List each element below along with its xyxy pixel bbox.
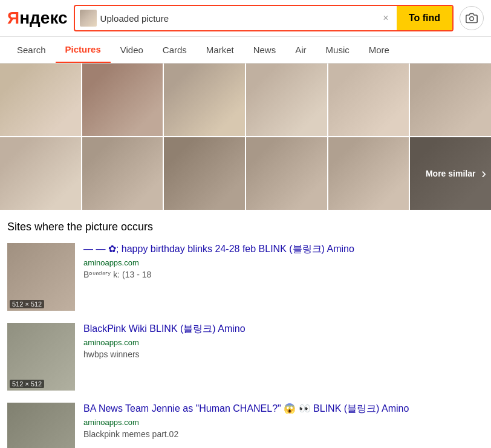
image-row-1 xyxy=(0,63,491,136)
nav-market[interactable]: Market xyxy=(197,37,244,62)
sites-title: Sites where the picture occurs xyxy=(7,221,484,233)
site-result-3: BA News Team Jennie as "Human CHANEL?" 😱… xyxy=(7,403,484,448)
site-url-3: aminoapps.com xyxy=(83,418,484,427)
grid-image-9[interactable] xyxy=(164,137,245,210)
more-similar-label: More similar xyxy=(426,169,475,178)
site-result-1: 512 × 512 — — ✿; happy birthday blinks 2… xyxy=(7,243,484,311)
nav-music[interactable]: Music xyxy=(316,37,359,62)
site-desc-2: hwbps winners xyxy=(83,349,484,359)
site-title-link-3[interactable]: BA News Team Jennie as "Human CHANEL?" 😱… xyxy=(83,403,484,415)
nav-search[interactable]: Search xyxy=(7,37,56,62)
site-result-2: 512 × 512 BlackPink Wiki BLINK (블링크) Ami… xyxy=(7,323,484,391)
site-info-2: BlackPink Wiki BLINK (블링크) Amino aminoap… xyxy=(83,323,484,359)
uploaded-thumbnail xyxy=(80,10,97,27)
more-similar-overlay: More similar xyxy=(410,137,491,210)
nav-video[interactable]: Video xyxy=(111,37,153,62)
site-info-1: — — ✿; happy birthday blinks 24-28 feb B… xyxy=(83,243,484,279)
grid-image-5[interactable] xyxy=(328,63,409,136)
close-icon[interactable]: × xyxy=(380,12,392,24)
image-row-2: More similar › xyxy=(0,137,491,210)
chevron-right-icon: › xyxy=(481,165,486,182)
nav-more[interactable]: More xyxy=(359,37,399,62)
uploaded-picture-label: Uploaded picture xyxy=(100,13,376,24)
image-grid: More similar › xyxy=(0,63,491,211)
site-desc-3: Blackpink memes part.02 xyxy=(83,429,484,439)
site-thumb-image-3 xyxy=(7,403,75,448)
site-desc-1: Вᵒᶸⁿᵈᵃʳʸ k: (13 - 18 xyxy=(83,270,484,279)
grid-image-1[interactable] xyxy=(0,63,81,136)
header: Яндекс Uploaded picture × To find xyxy=(0,0,491,37)
to-find-button[interactable]: To find xyxy=(397,5,452,31)
grid-image-8[interactable] xyxy=(82,137,163,210)
site-thumbnail-1[interactable]: 512 × 512 xyxy=(7,243,75,311)
grid-image-6[interactable] xyxy=(410,63,491,136)
svg-point-0 xyxy=(470,17,474,21)
thumb-size-label-1: 512 × 512 xyxy=(10,300,44,308)
sites-section: Sites where the picture occurs 512 × 512… xyxy=(0,211,491,448)
grid-image-7[interactable] xyxy=(0,137,81,210)
more-similar-button[interactable]: More similar › xyxy=(410,137,491,210)
site-thumbnail-2[interactable]: 512 × 512 xyxy=(7,323,75,391)
site-info-3: BA News Team Jennie as "Human CHANEL?" 😱… xyxy=(83,403,484,439)
nav-pictures[interactable]: Pictures xyxy=(56,37,111,63)
uploaded-thumb-image xyxy=(80,10,97,27)
grid-image-11[interactable] xyxy=(328,137,409,210)
navigation: Search Pictures Video Cards Market News … xyxy=(0,37,491,63)
site-url-1: aminoapps.com xyxy=(83,258,484,267)
nav-air[interactable]: Air xyxy=(285,37,316,62)
grid-image-3[interactable] xyxy=(164,63,245,136)
search-bar-inner: Uploaded picture × xyxy=(75,10,397,27)
grid-image-2[interactable] xyxy=(82,63,163,136)
site-title-link-2[interactable]: BlackPink Wiki BLINK (블링크) Amino xyxy=(83,323,484,336)
camera-icon[interactable] xyxy=(460,6,484,30)
yandex-logo: Яндекс xyxy=(7,10,68,27)
nav-news[interactable]: News xyxy=(244,37,286,62)
site-title-link-1[interactable]: — — ✿; happy birthday blinks 24-28 feb B… xyxy=(83,243,484,256)
thumb-size-label-2: 512 × 512 xyxy=(10,380,44,388)
site-thumbnail-3[interactable] xyxy=(7,403,75,448)
grid-image-10[interactable] xyxy=(246,137,327,210)
nav-cards[interactable]: Cards xyxy=(153,37,197,62)
search-bar: Uploaded picture × To find xyxy=(74,5,454,31)
site-url-2: aminoapps.com xyxy=(83,338,484,347)
grid-image-4[interactable] xyxy=(246,63,327,136)
